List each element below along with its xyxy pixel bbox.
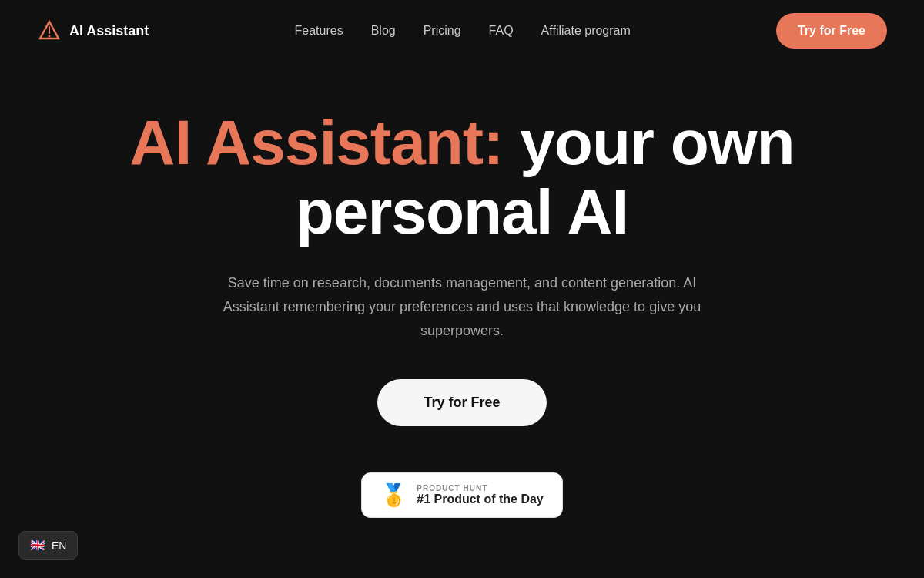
logo-link[interactable]: AI Assistant bbox=[37, 18, 149, 43]
nav-item-blog[interactable]: Blog bbox=[371, 24, 396, 37]
nav-item-affiliate[interactable]: Affiliate program bbox=[541, 24, 631, 37]
nav-links: Features Blog Pricing FAQ Affiliate prog… bbox=[295, 24, 631, 38]
ph-medal-icon: 🥇 bbox=[380, 482, 407, 508]
language-selector[interactable]: 🇬🇧 EN bbox=[18, 531, 78, 560]
nav-item-faq[interactable]: FAQ bbox=[489, 24, 514, 37]
nav-cta-button[interactable]: Try for Free bbox=[776, 13, 887, 49]
logo-icon bbox=[37, 18, 62, 43]
product-hunt-badge[interactable]: 🥇 PRODUCT HUNT #1 Product of the Day bbox=[361, 472, 562, 518]
nav-item-pricing[interactable]: Pricing bbox=[424, 24, 461, 37]
nav-item-features[interactable]: Features bbox=[295, 24, 343, 37]
navigation: AI Assistant Features Blog Pricing FAQ A… bbox=[0, 0, 924, 62]
svg-point-2 bbox=[49, 35, 51, 38]
lang-flag-icon: 🇬🇧 bbox=[30, 538, 45, 553]
hero-subtitle: Save time on research, documents managem… bbox=[200, 271, 724, 342]
hero-section: AI Assistant: your own personal AI Save … bbox=[0, 62, 924, 518]
ph-text: PRODUCT HUNT #1 Product of the Day bbox=[417, 484, 543, 506]
hero-cta-button[interactable]: Try for Free bbox=[377, 379, 546, 426]
ph-rank: #1 Product of the Day bbox=[417, 492, 543, 506]
hero-title-accent: AI Assistant: bbox=[129, 107, 503, 177]
ph-label: PRODUCT HUNT bbox=[417, 484, 487, 492]
hero-title: AI Assistant: your own personal AI bbox=[116, 108, 808, 247]
logo-text: AI Assistant bbox=[69, 23, 149, 39]
lang-code: EN bbox=[52, 539, 66, 552]
